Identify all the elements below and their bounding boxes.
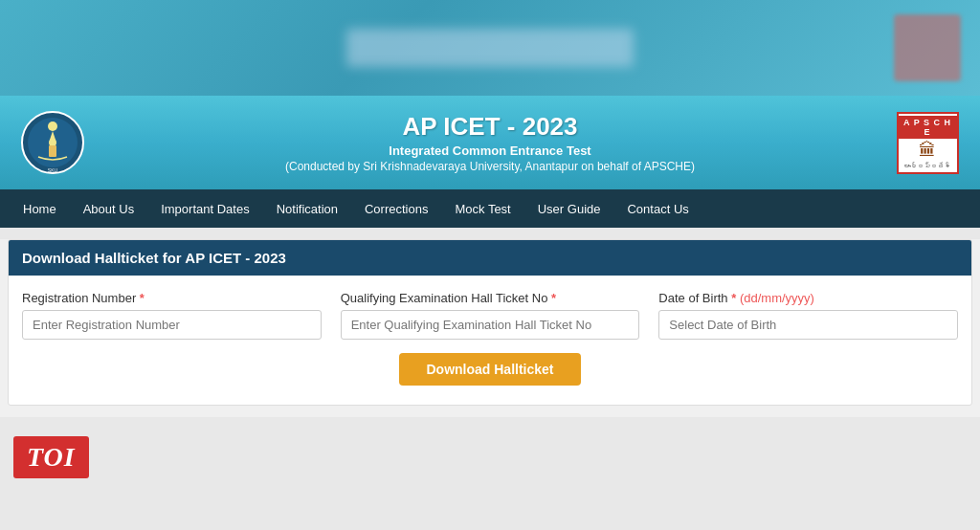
svg-point-3	[49, 139, 56, 146]
apsche-letters: A P S C H E	[899, 116, 957, 139]
header-center: AP ICET - 2023 Integrated Common Entranc…	[86, 112, 894, 173]
apsche-logo: A P S C H E 🏛 ఆంధ్రప్రదేశ్	[897, 112, 959, 174]
nav-item-mock[interactable]: Mock Test	[441, 189, 523, 228]
toi-section: TOI	[0, 417, 980, 497]
nav-item-guide[interactable]: User Guide	[524, 189, 614, 228]
download-section: Download Hallticket for AP ICET - 2023 R…	[8, 239, 972, 406]
nav-item-corrections[interactable]: Corrections	[351, 189, 441, 228]
page-header: SKU AP ICET - 2023 Integrated Common Ent…	[0, 96, 980, 189]
download-hallticket-button[interactable]: Download Hallticket	[399, 353, 580, 386]
svg-rect-4	[49, 145, 56, 157]
hall-ticket-label: Qualifying Examination Hall Ticket No *	[341, 291, 640, 305]
registration-label: Registration Number *	[22, 291, 322, 305]
button-row: Download Hallticket	[22, 353, 958, 386]
nav-item-contact[interactable]: Contact Us	[613, 189, 702, 228]
registration-group: Registration Number *	[22, 291, 322, 340]
main-content: Download Hallticket for AP ICET - 2023 R…	[0, 239, 980, 497]
dob-label: Date of Birth * (dd/mm/yyyy)	[658, 291, 958, 305]
registration-input[interactable]	[22, 310, 322, 340]
svg-text:SKU: SKU	[48, 167, 58, 173]
hall-ticket-group: Qualifying Examination Hall Ticket No *	[341, 291, 640, 340]
nav-item-home[interactable]: Home	[10, 189, 70, 228]
dob-required: *	[731, 291, 736, 305]
dob-hint: (dd/mm/yyyy)	[740, 291, 814, 305]
apsche-subtext: ఆంధ్రప్రదేశ్	[903, 163, 951, 169]
toi-badge: TOI	[13, 436, 89, 478]
apsche-emblem: 🏛	[919, 141, 936, 161]
university-logo: SKU	[19, 109, 86, 176]
download-body: Registration Number * Qualifying Examina…	[9, 276, 971, 405]
svg-point-2	[48, 121, 57, 131]
registration-required: *	[140, 291, 145, 305]
download-header: Download Hallticket for AP ICET - 2023	[9, 240, 971, 276]
hall-ticket-input[interactable]	[341, 310, 640, 340]
header-subtitle: Integrated Common Entrance Test	[86, 144, 894, 158]
nav-item-dates[interactable]: Important Dates	[147, 189, 263, 228]
hall-ticket-required: *	[551, 291, 556, 305]
apsche-logo-container: A P S C H E 🏛 ఆంధ్రప్రదేశ్	[894, 109, 961, 176]
header-subtext: (Conducted by Sri Krishnadevaraya Univer…	[86, 160, 894, 173]
top-banner	[0, 0, 980, 96]
dob-input[interactable]	[658, 310, 958, 340]
dob-group: Date of Birth * (dd/mm/yyyy)	[658, 291, 958, 340]
form-row: Registration Number * Qualifying Examina…	[22, 291, 958, 340]
page-title: AP ICET - 2023	[86, 112, 894, 142]
nav-item-notification[interactable]: Notification	[263, 189, 351, 228]
navigation: Home About Us Important Dates Notificati…	[0, 189, 980, 228]
nav-item-about[interactable]: About Us	[70, 189, 147, 228]
